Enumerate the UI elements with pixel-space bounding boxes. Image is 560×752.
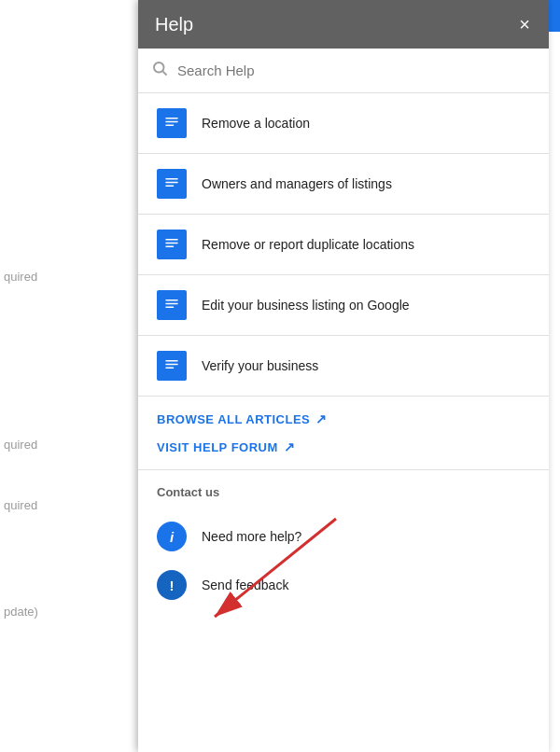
article-text-1: Remove a location [202, 116, 310, 131]
search-icon [151, 60, 168, 81]
external-link-icon-1: ↗ [315, 411, 328, 426]
svg-rect-8 [165, 239, 178, 241]
svg-rect-15 [165, 364, 178, 366]
article-icon-5 [157, 351, 187, 381]
links-section: BROWSE ALL ARTICLES ↗ VISIT HELP FORUM ↗ [138, 397, 549, 470]
visit-label: VISIT HELP FORUM [157, 440, 278, 454]
article-text-2: Owners and managers of listings [202, 176, 392, 191]
feedback-icon-char: ! [170, 578, 175, 593]
article-icon-1 [157, 108, 187, 138]
browse-all-articles-link[interactable]: BROWSE ALL ARTICLES ↗ [157, 411, 530, 426]
svg-rect-5 [165, 178, 178, 180]
article-icon-4 [157, 290, 187, 320]
contact-heading: Contact us [157, 485, 530, 499]
svg-rect-16 [165, 368, 174, 369]
feedback-icon-circle: ! [157, 570, 187, 600]
visit-help-forum-link[interactable]: VISIT HELP FORUM ↗ [157, 439, 530, 454]
send-feedback-text: Send feedback [202, 578, 288, 592]
info-icon-circle: i [157, 522, 187, 551]
bg-label-1: quired [4, 270, 37, 284]
help-panel-title: Help [155, 14, 193, 35]
help-close-button[interactable]: × [517, 13, 532, 35]
svg-rect-4 [165, 125, 174, 127]
svg-rect-12 [165, 303, 178, 305]
article-icon-2 [157, 169, 187, 199]
svg-rect-13 [165, 307, 174, 309]
need-more-help-item[interactable]: i Need more help? [157, 512, 530, 561]
help-content[interactable]: Remove a location Owners and managers of… [138, 93, 549, 752]
svg-rect-2 [165, 118, 178, 119]
svg-line-1 [162, 71, 166, 75]
svg-rect-9 [165, 243, 178, 244]
svg-point-0 [154, 63, 164, 73]
search-input[interactable] [177, 63, 536, 78]
external-link-icon-2: ↗ [284, 439, 296, 454]
send-feedback-item[interactable]: ! Send feedback [157, 561, 530, 609]
article-item-1[interactable]: Remove a location [138, 93, 549, 154]
browse-label: BROWSE ALL ARTICLES [157, 412, 310, 426]
bg-label-3: quired [4, 498, 37, 512]
contact-section: Contact us i Need more help? ! Send feed… [138, 470, 549, 624]
article-item-5[interactable]: Verify your business [138, 336, 549, 397]
article-item-4[interactable]: Edit your business listing on Google [138, 275, 549, 336]
svg-rect-3 [165, 121, 178, 123]
bg-label-4: pdate) [4, 605, 38, 619]
bg-label-2: quired [4, 438, 37, 452]
article-text-4: Edit your business listing on Google [202, 298, 410, 313]
need-more-help-text: Need more help? [202, 529, 301, 544]
svg-rect-10 [165, 246, 174, 248]
svg-rect-11 [165, 299, 178, 301]
article-item-2[interactable]: Owners and managers of listings [138, 154, 549, 215]
svg-rect-14 [165, 360, 178, 362]
info-icon-char: i [170, 529, 174, 545]
help-panel: Help × Remove a location Owners and mana… [138, 0, 549, 752]
svg-rect-6 [165, 182, 178, 184]
article-text-3: Remove or report duplicate locations [202, 237, 414, 252]
search-bar [138, 49, 549, 93]
article-text-5: Verify your business [202, 358, 318, 373]
article-item-3[interactable]: Remove or report duplicate locations [138, 215, 549, 275]
help-header: Help × [138, 0, 549, 49]
svg-rect-7 [165, 186, 174, 188]
article-icon-3 [157, 230, 187, 259]
